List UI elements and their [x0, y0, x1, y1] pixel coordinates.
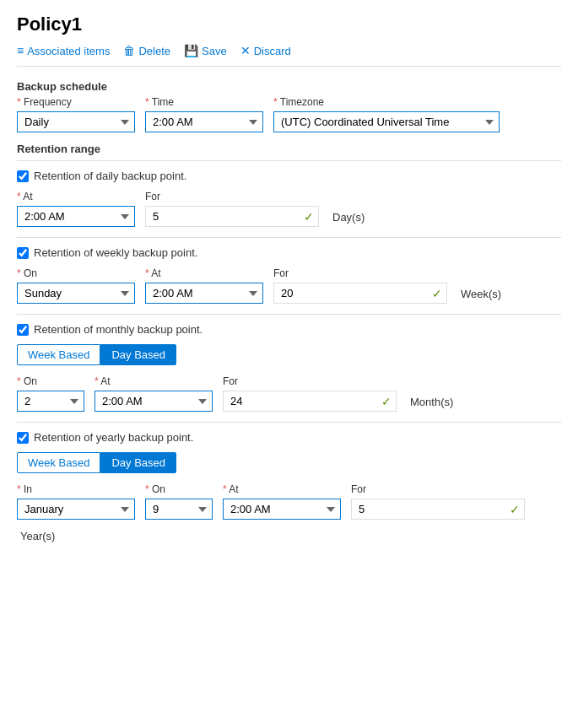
weekly-for-input[interactable] — [273, 283, 447, 304]
yearly-retention-label: Retention of yearly backup point. — [34, 431, 193, 444]
associated-items-icon: ≡ — [17, 44, 24, 57]
delete-icon: 🗑 — [123, 44, 135, 57]
monthly-retention-section: Retention of monthly backup point. Week … — [17, 314, 561, 412]
weekly-checkbox-row: Retention of weekly backup point. — [17, 246, 561, 259]
yearly-day-based-tab[interactable]: Day Based — [100, 452, 176, 473]
weekly-retention-checkbox[interactable] — [17, 247, 29, 259]
daily-at-group: * At 2:00 AM — [17, 191, 135, 227]
monthly-at-select[interactable]: 2:00 AM — [95, 391, 213, 412]
daily-check-icon: ✓ — [304, 210, 314, 224]
save-icon: 💾 — [184, 44, 198, 57]
daily-for-input[interactable] — [145, 206, 319, 227]
yearly-in-label: * In — [17, 483, 135, 495]
yearly-on-select[interactable]: 9 1 2 — [145, 499, 213, 520]
weekly-form-row: * On Sunday Monday Tuesday Wednesday Thu… — [17, 267, 561, 304]
daily-for-group: For ✓ — [145, 191, 319, 227]
daily-retention-label: Retention of daily backup point. — [34, 170, 186, 182]
yearly-tab-group: Week Based Day Based — [17, 452, 561, 473]
time-required-star: * — [145, 96, 149, 108]
monthly-on-select[interactable]: 2 1 3 — [17, 391, 84, 412]
daily-retention-checkbox[interactable] — [17, 170, 29, 182]
associated-items-button[interactable]: ≡ Associated items — [17, 42, 110, 59]
delete-label: Delete — [138, 45, 170, 57]
daily-for-value-group: ✓ — [145, 206, 319, 227]
yearly-at-group: * At 2:00 AM — [223, 483, 341, 520]
weekly-at-select[interactable]: 2:00 AM — [145, 283, 263, 304]
discard-button[interactable]: ✕ Discard — [240, 42, 291, 59]
associated-items-label: Associated items — [27, 45, 110, 57]
yearly-retention-section: Retention of yearly backup point. Week B… — [17, 422, 561, 546]
weekly-retention-label: Retention of weekly backup point. — [34, 246, 197, 259]
monthly-for-label: For — [223, 375, 397, 387]
weekly-for-value-group: ✓ — [273, 283, 447, 304]
delete-button[interactable]: 🗑 Delete — [123, 42, 170, 59]
daily-at-label: * At — [17, 191, 135, 202]
monthly-retention-label: Retention of monthly backup point. — [34, 323, 203, 336]
monthly-tab-group: Week Based Day Based — [17, 344, 561, 365]
time-select[interactable]: 12:00 AM 1:00 AM 2:00 AM 3:00 AM 4:00 AM — [145, 111, 263, 132]
weekly-at-group: * At 2:00 AM — [145, 267, 263, 304]
discard-label: Discard — [254, 45, 291, 57]
monthly-on-label: * On — [17, 375, 84, 387]
monthly-at-label: * At — [95, 375, 213, 387]
weekly-at-label: * At — [145, 267, 263, 279]
yearly-checkbox-row: Retention of yearly backup point. — [17, 431, 561, 444]
save-button[interactable]: 💾 Save — [184, 42, 227, 59]
monthly-day-based-tab[interactable]: Day Based — [100, 344, 176, 365]
monthly-unit: Month(s) — [410, 396, 453, 408]
backup-schedule-row: * Frequency Daily Weekly Monthly * Time … — [17, 96, 561, 132]
yearly-retention-checkbox[interactable] — [17, 432, 29, 444]
monthly-retention-checkbox[interactable] — [17, 324, 29, 336]
timezone-label: * Timezone — [273, 96, 500, 108]
frequency-required-star: * — [17, 96, 21, 108]
yearly-in-group: * In January February March April May Ju… — [17, 483, 135, 520]
backup-schedule-header: Backup schedule — [17, 80, 561, 93]
yearly-for-group: For ✓ — [351, 483, 525, 520]
daily-retention-section: Retention of daily backup point. * At 2:… — [17, 160, 561, 227]
daily-at-select[interactable]: 2:00 AM — [17, 206, 135, 227]
monthly-for-group: For ✓ — [223, 375, 397, 412]
weekly-for-label: For — [273, 267, 447, 279]
yearly-week-based-tab[interactable]: Week Based — [17, 452, 100, 473]
timezone-group: * Timezone (UTC) Coordinated Universal T… — [273, 96, 500, 132]
weekly-on-group: * On Sunday Monday Tuesday Wednesday Thu… — [17, 267, 135, 304]
frequency-select[interactable]: Daily Weekly Monthly — [17, 111, 135, 132]
timezone-required-star: * — [273, 96, 278, 108]
monthly-at-group: * At 2:00 AM — [95, 375, 213, 412]
timezone-select[interactable]: (UTC) Coordinated Universal Time (UTC+01… — [273, 111, 500, 132]
monthly-form-row: * On 2 1 3 * At 2:00 AM For — [17, 375, 561, 412]
discard-icon: ✕ — [240, 44, 251, 57]
monthly-week-based-tab[interactable]: Week Based — [17, 344, 100, 365]
frequency-group: * Frequency Daily Weekly Monthly — [17, 96, 135, 132]
yearly-at-label: * At — [223, 483, 341, 495]
toolbar: ≡ Associated items 🗑 Delete 💾 Save ✕ Dis… — [17, 42, 561, 67]
daily-form-row: * At 2:00 AM For ✓ Day(s) — [17, 191, 561, 227]
yearly-in-select[interactable]: January February March April May June Ju… — [17, 499, 135, 520]
monthly-check-icon: ✓ — [381, 395, 392, 408]
weekly-check-icon: ✓ — [432, 287, 442, 300]
yearly-form-row: * In January February March April May Ju… — [17, 483, 561, 546]
monthly-for-value-group: ✓ — [223, 391, 397, 412]
monthly-for-input[interactable] — [223, 391, 397, 412]
time-label: * Time — [145, 96, 263, 108]
weekly-on-select[interactable]: Sunday Monday Tuesday Wednesday Thursday… — [17, 283, 135, 304]
weekly-retention-section: Retention of weekly backup point. * On S… — [17, 237, 561, 304]
frequency-label: * Frequency — [17, 96, 135, 108]
yearly-for-value-group: ✓ — [351, 499, 525, 520]
yearly-for-input[interactable] — [351, 499, 525, 520]
yearly-at-select[interactable]: 2:00 AM — [223, 499, 341, 520]
backup-schedule-section: Backup schedule * Frequency Daily Weekly… — [17, 80, 561, 132]
weekly-unit-group: Week(s) — [457, 288, 501, 304]
yearly-check-icon: ✓ — [510, 503, 520, 516]
yearly-unit-group: Year(s) — [17, 530, 55, 546]
monthly-checkbox-row: Retention of monthly backup point. — [17, 323, 561, 336]
weekly-for-group: For ✓ — [273, 267, 447, 304]
yearly-on-group: * On 9 1 2 — [145, 483, 213, 520]
page-title: Policy1 — [17, 13, 561, 35]
time-group: * Time 12:00 AM 1:00 AM 2:00 AM 3:00 AM … — [145, 96, 263, 132]
monthly-unit-group: Month(s) — [407, 396, 453, 412]
weekly-on-label: * On — [17, 267, 135, 279]
yearly-unit: Year(s) — [20, 530, 55, 542]
yearly-for-label: For — [351, 483, 525, 495]
save-label: Save — [202, 45, 227, 57]
